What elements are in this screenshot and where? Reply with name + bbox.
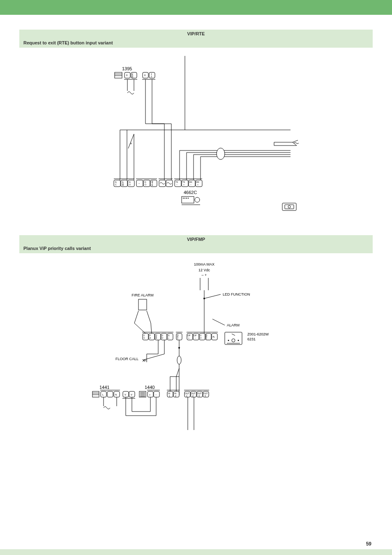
svg-text:+: + [183,183,184,186]
svg-text:–: – [195,337,196,339]
svg-text:+: + [197,183,198,186]
svg-text:12 Vdc: 12 Vdc [198,268,210,272]
psu-1441: L N V V [92,390,135,398]
svg-text:A: A [130,142,132,145]
svg-text:4: 4 [205,395,206,397]
svg-rect-70 [183,198,184,199]
svg-rect-73 [188,198,189,199]
svg-text:M: M [122,184,124,186]
svg-text:–: – [176,183,178,186]
psu-term-b: 0 1 2 [142,72,155,79]
svg-point-150 [178,347,180,349]
device-model: 4662C [184,190,197,195]
monitor-icon [225,332,242,345]
svg-line-93 [212,319,225,325]
svg-text:1441: 1441 [99,385,109,390]
svg-line-90 [204,294,221,298]
svg-text:6231: 6231 [247,337,256,341]
reader-icon [274,140,299,146]
svg-rect-0 [115,72,122,78]
svg-line-209 [176,368,179,377]
section2-code: VIP/FMP [19,235,373,243]
svg-point-30 [217,148,225,160]
psu-term-a: 0 2 3 0 [124,72,137,79]
svg-point-69 [195,197,200,202]
svg-text:V: V [131,393,132,396]
svg-rect-158 [107,391,113,397]
svg-text:1: 1 [177,337,178,340]
svg-text:+: + [188,337,189,339]
svg-text:O: O [129,183,131,186]
svg-rect-71 [184,198,185,199]
page-number: 59 [366,541,371,547]
svg-line-75 [293,140,298,142]
svg-point-151 [177,356,181,364]
section1-code: VIP/RTE [19,30,373,38]
svg-text:+: + [168,337,169,339]
svg-rect-68 [182,197,194,203]
section2-title: Planux ViP priority calls variant [19,243,373,253]
svg-text:2: 2 [192,395,194,397]
bottom-bar [0,549,392,555]
svg-text:ALARM: ALARM [227,323,240,327]
svg-text:C: C [115,183,117,186]
svg-text:AL: AL [212,335,215,338]
svg-rect-153 [92,391,99,397]
svg-point-133 [232,339,235,342]
svg-text:100mA MAX: 100mA MAX [194,262,214,266]
svg-text:–  +: – + [202,273,207,277]
svg-rect-12 [149,72,155,78]
svg-text:1: 1 [186,395,187,397]
svg-text:V: V [125,393,126,396]
svg-text:3: 3 [198,395,200,397]
monitor-terminals: 0V FA CFP 0V S+ SK1 OP+ OP– 0V SK1 AL [142,332,218,340]
svg-line-87 [147,311,151,323]
svg-point-134 [228,340,229,341]
diagram-rte: 1395 0 2 3 0 0 1 2 A [19,48,373,220]
svg-text:–: – [190,183,191,186]
svg-line-141 [151,323,152,333]
svg-text:2: 2 [175,395,176,397]
svg-text:O: O [145,183,146,186]
svg-text:+: + [149,393,151,396]
psu-model: 1395 [122,66,132,71]
svg-text:Z001-6202W: Z001-6202W [247,332,269,336]
svg-text:FIRE ALARM: FIRE ALARM [131,293,154,297]
svg-point-135 [238,340,239,341]
svg-text:1: 1 [169,395,170,397]
svg-text:LED FUNCTION: LED FUNCTION [223,292,250,296]
svg-text:FLOOR CALL: FLOOR CALL [115,357,138,361]
svg-rect-85 [138,299,147,310]
svg-line-86 [134,311,138,323]
top-bar [0,0,392,15]
svg-text:0: 0 [132,76,133,79]
svg-text:2: 2 [151,75,152,78]
keypad-icon [282,203,296,210]
psu-1440: + – IN1 IN2 OUT1 OUT2 OUT3 OUT4 [139,390,209,397]
svg-text:N: N [115,393,117,396]
svg-rect-72 [186,198,187,199]
diagram-fmp: 100mA MAX 12 Vdc – + FIRE ALARM LED FUNC… [19,253,373,451]
svg-text:1440: 1440 [145,385,154,390]
svg-line-140 [134,323,145,333]
section1-title: Request to exit (RTE) button input varia… [19,38,373,48]
svg-text:1: 1 [206,337,207,340]
